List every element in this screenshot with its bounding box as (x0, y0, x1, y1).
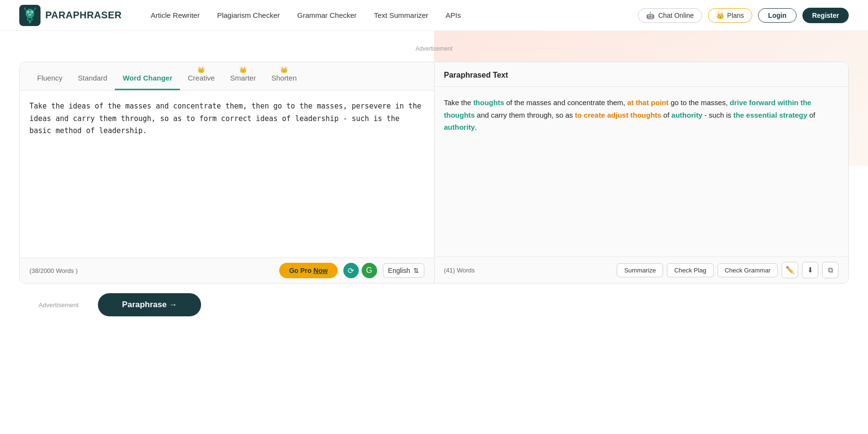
tool-container: Fluency Standard Word Changer 👑 Creative… (19, 62, 849, 284)
svg-point-5 (31, 11, 32, 12)
left-bottom-bar: (38/2000 Words ) Go Pro Now ⟳ G English … (20, 258, 434, 283)
chat-online-button[interactable]: 🤖 Chat Online (638, 8, 702, 23)
left-panel: Fluency Standard Word Changer 👑 Creative… (20, 62, 434, 283)
nav-article-rewriter[interactable]: Article Rewriter (150, 11, 200, 19)
svg-rect-6 (28, 14, 31, 15)
paraphrased-word-count: (41) Words (444, 267, 475, 274)
paraphrase-section: Advertisement Paraphrase → (19, 284, 849, 326)
crown-shorten-icon: 👑 (280, 66, 288, 73)
language-selector[interactable]: English ⇅ (383, 263, 424, 278)
svg-rect-14 (30, 21, 31, 23)
nav-apis[interactable]: APIs (446, 11, 461, 19)
svg-point-8 (24, 7, 26, 9)
header-actions: 🤖 Chat Online 👑 Plans Login Register (638, 8, 849, 23)
tab-smarter[interactable]: 👑 Smarter (222, 62, 263, 90)
bottom-actions: Go Pro Now ⟳ G English ⇅ (279, 263, 424, 278)
highlight-essential-strategy: the essential strategy (733, 111, 807, 119)
svg-point-1 (26, 9, 34, 18)
svg-rect-12 (28, 18, 31, 20)
nav-grammar-checker[interactable]: Grammar Checker (297, 11, 356, 19)
highlight-authority-2: authority (444, 123, 475, 131)
chevron-up-down-icon: ⇅ (413, 267, 419, 274)
tab-shorten[interactable]: 👑 Shorten (264, 62, 305, 90)
logo-icon (19, 5, 41, 26)
paraphrased-text: Take the thoughts of the masses and conc… (434, 87, 849, 257)
right-bottom-bar: (41) Words Summarize Check Plag Check Gr… (434, 257, 849, 283)
nav-plagiarism-checker[interactable]: Plagiarism Checker (217, 11, 280, 19)
highlight-to-create: to create adjust thoughts (575, 111, 661, 119)
chat-icon: 🤖 (646, 12, 654, 19)
go-pro-button[interactable]: Go Pro Now (279, 263, 337, 278)
right-panel: Paraphrased Text Take the thoughts of th… (434, 62, 849, 283)
refresh-icon-button[interactable]: ⟳ (343, 263, 359, 278)
login-button[interactable]: Login (758, 8, 797, 23)
copy-icon-button[interactable]: ⧉ (822, 262, 839, 278)
highlight-at-that-point: at that point (627, 98, 669, 107)
plans-button[interactable]: 👑 Plans (708, 8, 752, 23)
highlight-thoughts: thoughts (473, 98, 504, 107)
svg-rect-13 (29, 21, 30, 23)
crown-icon: 👑 (716, 12, 724, 19)
go-pro-now: Now (313, 267, 328, 274)
input-textarea[interactable] (20, 91, 434, 258)
register-button[interactable]: Register (802, 8, 849, 23)
right-action-buttons: Summarize Check Plag Check Grammar ✏️ ⬇ … (617, 262, 839, 278)
main-nav: Article Rewriter Plagiarism Checker Gram… (150, 11, 637, 19)
summarize-button[interactable]: Summarize (617, 263, 663, 277)
svg-point-4 (27, 11, 28, 12)
logo-text: PARAPHRASER (45, 10, 122, 21)
edit-icon-button[interactable]: ✏️ (782, 262, 798, 278)
check-grammar-button[interactable]: Check Grammar (718, 263, 778, 277)
tab-fluency[interactable]: Fluency (29, 62, 70, 90)
icon-circle-buttons: ⟳ G (343, 263, 377, 278)
paraphrase-button[interactable]: Paraphrase → (98, 293, 201, 316)
advertisement-bottom: Advertisement (39, 301, 79, 309)
logo[interactable]: PARAPHRASER (19, 5, 122, 26)
crown-creative-icon: 👑 (197, 66, 205, 73)
word-count-label: (38/2000 Words ) (29, 267, 78, 274)
crown-smarter-icon: 👑 (239, 66, 247, 73)
check-plag-button[interactable]: Check Plag (667, 263, 713, 277)
download-icon-button[interactable]: ⬇ (802, 262, 818, 278)
tab-standard[interactable]: Standard (70, 62, 115, 90)
nav-text-summarizer[interactable]: Text Summarizer (374, 11, 429, 19)
tab-creative[interactable]: 👑 Creative (180, 62, 222, 90)
highlight-authority-1: authority (671, 111, 702, 119)
tab-word-changer[interactable]: Word Changer (115, 62, 180, 90)
tabs-bar: Fluency Standard Word Changer 👑 Creative… (20, 62, 434, 91)
svg-point-10 (35, 7, 36, 9)
grammarly-icon-button[interactable]: G (362, 263, 377, 278)
paraphrased-header: Paraphrased Text (434, 62, 849, 87)
advertisement-top: Advertisement (19, 45, 849, 52)
